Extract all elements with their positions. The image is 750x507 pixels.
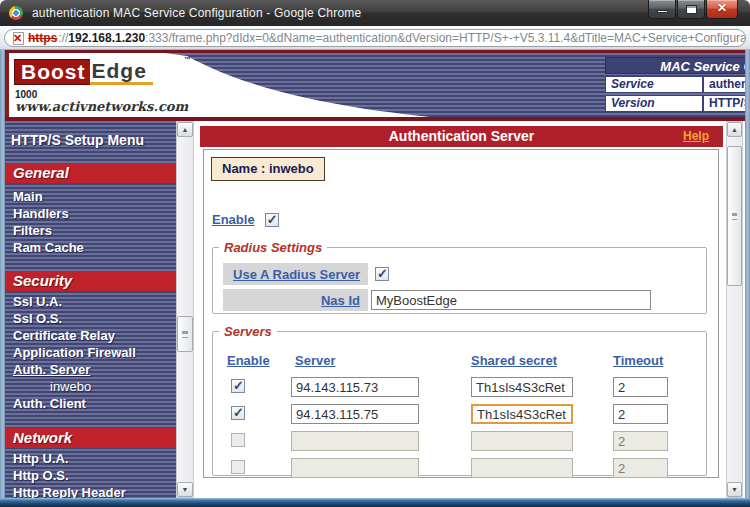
window-edge-right bbox=[745, 50, 750, 498]
window-title: authentication MAC Service Configuration… bbox=[32, 6, 361, 20]
radius-settings-legend: Radius Settings bbox=[219, 240, 327, 255]
scroll-up-icon[interactable]: ▲ bbox=[177, 122, 193, 137]
timeout-input[interactable] bbox=[613, 431, 668, 451]
timeout-input[interactable] bbox=[613, 458, 668, 478]
sidebar-item-main[interactable]: Main bbox=[13, 188, 43, 205]
shared-secret-input[interactable] bbox=[471, 431, 573, 451]
sidebar-item-application-firewall[interactable]: Application Firewall bbox=[13, 344, 136, 361]
enable-checkbox[interactable] bbox=[265, 213, 279, 227]
browser-toolbar: https :// 192.168.1.230 :333/frame.php?d… bbox=[0, 26, 750, 50]
column-header-server[interactable]: Server bbox=[295, 353, 335, 368]
trademark-symbol: ™ bbox=[184, 56, 191, 63]
version-value: HTTP/S - V5.3.11.4 bbox=[704, 96, 745, 111]
enable-row: Enable bbox=[212, 212, 279, 227]
servers-group: Servers Enable Server Shared secret Time… bbox=[212, 324, 707, 476]
version-label: Version bbox=[606, 96, 704, 111]
nas-id-link[interactable]: Nas Id bbox=[321, 293, 360, 308]
enable-link[interactable]: Enable bbox=[212, 212, 255, 227]
shared-secret-input[interactable] bbox=[471, 377, 573, 397]
close-icon: ✕ bbox=[707, 1, 737, 15]
url-path: :333/frame.php?dIdx=0&dName=authenticati… bbox=[145, 31, 746, 45]
use-radius-label-cell: Use A Radius Server bbox=[223, 263, 368, 285]
band-stripes: MAC Service Configuration Service authen… bbox=[165, 53, 745, 117]
sidebar-item-http-ua[interactable]: Http U.A. bbox=[13, 450, 69, 467]
server-address-input[interactable] bbox=[291, 431, 419, 451]
chrome-icon bbox=[9, 6, 23, 20]
server-address-input[interactable] bbox=[291, 404, 419, 424]
sidebar-item-auth-server[interactable]: Auth. Server bbox=[13, 361, 90, 378]
scroll-down-icon[interactable]: ▼ bbox=[177, 482, 193, 497]
content-scrollbar[interactable]: ▲ ▼ bbox=[726, 121, 743, 498]
url-host: 192.168.1.230 bbox=[68, 31, 145, 45]
section-network: Network bbox=[5, 428, 176, 448]
service-info-title: MAC Service Configuration bbox=[605, 57, 745, 74]
url-separator: :// bbox=[58, 31, 68, 45]
server-address-input[interactable] bbox=[291, 458, 419, 478]
server-row-enable-checkbox[interactable] bbox=[231, 460, 245, 474]
sidebar-item-ssl-os[interactable]: Ssl O.S. bbox=[13, 310, 62, 327]
timeout-input[interactable] bbox=[613, 404, 668, 424]
browser-window: authentication MAC Service Configuration… bbox=[0, 0, 750, 507]
version-row: Version HTTP/S - V5.3.11.4 bbox=[605, 95, 745, 112]
maximize-button[interactable] bbox=[677, 0, 705, 19]
vendor-website: www.activnetworks.com bbox=[15, 99, 188, 114]
sidebar-item-filters[interactable]: Filters bbox=[13, 222, 52, 239]
minimize-button[interactable] bbox=[648, 0, 676, 19]
logo-boost: Boost bbox=[14, 59, 90, 85]
section-security: Security bbox=[5, 271, 176, 291]
sidebar-item-auth-client[interactable]: Auth. Client bbox=[13, 395, 86, 412]
service-row: Service authentication bbox=[605, 76, 745, 93]
content-scrollbar-thumb[interactable] bbox=[727, 146, 742, 286]
main-content-frame: Authentication Server Help Name : inwebo… bbox=[200, 121, 726, 498]
sidebar-item-certificate-relay[interactable]: Certificate Relay bbox=[13, 327, 115, 344]
title-bar[interactable]: authentication MAC Service Configuration… bbox=[0, 0, 750, 26]
scroll-down-icon[interactable]: ▼ bbox=[727, 482, 742, 497]
logo-edge: Edge bbox=[90, 59, 153, 85]
nas-id-input[interactable] bbox=[371, 290, 651, 310]
sidebar-scrollbar[interactable]: ▲ ▼ bbox=[176, 121, 194, 498]
sidebar-item-handlers[interactable]: Handlers bbox=[13, 205, 69, 222]
band-red-strip bbox=[5, 53, 9, 117]
shared-secret-input[interactable] bbox=[471, 404, 573, 424]
minimize-icon bbox=[657, 10, 668, 13]
column-header-enable[interactable]: Enable bbox=[227, 353, 270, 368]
service-info-table: MAC Service Configuration Service authen… bbox=[605, 57, 745, 112]
sidebar-scrollbar-thumb[interactable] bbox=[177, 316, 193, 352]
address-bar[interactable]: https :// 192.168.1.230 :333/frame.php?d… bbox=[4, 29, 746, 47]
content-box: Name : inwebo Enable Radius Settings Use… bbox=[203, 149, 719, 478]
sidebar-title: HTTP/S Setup Menu bbox=[11, 132, 144, 148]
service-value: authentication bbox=[704, 77, 745, 92]
servers-legend: Servers bbox=[219, 324, 277, 339]
server-row-enable-checkbox[interactable] bbox=[231, 406, 245, 420]
service-label: Service bbox=[606, 77, 704, 92]
nas-id-label-cell: Nas Id bbox=[223, 289, 368, 311]
server-row-enable-checkbox[interactable] bbox=[231, 379, 245, 393]
help-link[interactable]: Help bbox=[683, 126, 709, 147]
sidebar-item-http-os[interactable]: Http O.S. bbox=[13, 467, 69, 484]
radius-settings-group: Radius Settings Use A Radius Server Nas … bbox=[212, 240, 707, 314]
sidebar-item-http-reply-header[interactable]: Http Reply Header bbox=[13, 484, 126, 498]
page-title-banner: Authentication Server Help bbox=[200, 126, 723, 147]
window-edge-left bbox=[0, 50, 5, 498]
window-edge-bottom bbox=[0, 498, 750, 507]
column-header-timeout[interactable]: Timeout bbox=[613, 353, 663, 368]
section-general: General bbox=[5, 163, 176, 183]
sidebar-menu: HTTP/S Setup Menu General Main Handlers … bbox=[5, 121, 176, 498]
maximize-icon bbox=[686, 5, 697, 14]
scroll-up-icon[interactable]: ▲ bbox=[727, 122, 742, 137]
timeout-input[interactable] bbox=[613, 377, 668, 397]
column-header-shared-secret[interactable]: Shared secret bbox=[471, 353, 557, 368]
use-radius-link[interactable]: Use A Radius Server bbox=[233, 267, 360, 282]
url-scheme: https bbox=[28, 31, 57, 45]
server-row-enable-checkbox[interactable] bbox=[231, 433, 245, 447]
sidebar-item-ssl-ua[interactable]: Ssl U.A. bbox=[13, 293, 62, 310]
sidebar-item-ram-cache[interactable]: Ram Cache bbox=[13, 239, 84, 256]
page-header-band: MAC Service Configuration Service authen… bbox=[5, 50, 745, 117]
close-button[interactable]: ✕ bbox=[706, 0, 738, 19]
server-address-input[interactable] bbox=[291, 377, 419, 397]
boostedge-logo: Boost Edge bbox=[14, 59, 166, 85]
broken-ssl-icon[interactable] bbox=[13, 32, 24, 45]
shared-secret-input[interactable] bbox=[471, 458, 573, 478]
use-radius-checkbox[interactable] bbox=[375, 267, 389, 281]
sidebar-item-inwebo[interactable]: inwebo bbox=[50, 378, 91, 395]
